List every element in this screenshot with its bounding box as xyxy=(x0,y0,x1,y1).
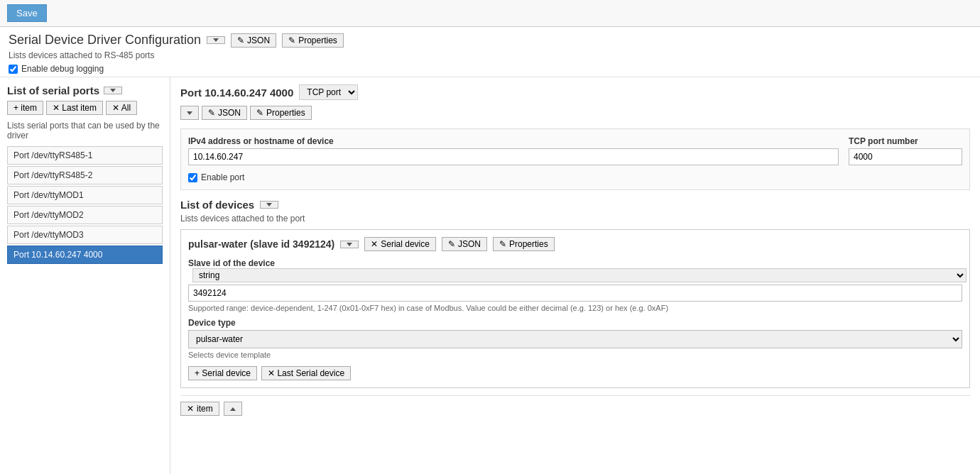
sidebar-desc: Lists serial ports that can be used by t… xyxy=(7,121,163,140)
slave-id-hint: Supported range: device-dependent, 1-247… xyxy=(188,304,962,312)
port-item-0[interactable]: Port /dev/ttyRS485-1 xyxy=(7,146,163,165)
slave-id-type-select[interactable]: string xyxy=(192,268,967,282)
slave-id-label: Slave id of the device string xyxy=(188,258,962,282)
devices-chevron-icon xyxy=(266,203,272,206)
debug-logging-row: Enable debug logging xyxy=(9,64,971,74)
device-type-hint: Selects device template xyxy=(188,351,962,359)
port-form-row: IPv4 address or hostname of device TCP p… xyxy=(188,136,962,165)
device-type-label: Device type xyxy=(188,318,962,328)
port-type-select[interactable]: TCP port xyxy=(299,84,358,100)
sidebar: List of serial ports + item ✕ Last item … xyxy=(0,77,170,474)
top-bar: Save xyxy=(0,0,980,27)
pencil-icon: ✎ xyxy=(237,35,244,45)
page-title-text: Serial Device Driver Configuration xyxy=(9,33,201,48)
debug-logging-checkbox[interactable] xyxy=(9,65,18,74)
port-item-3[interactable]: Port /dev/ttyMOD2 xyxy=(7,206,163,224)
all-button[interactable]: ✕ All xyxy=(106,101,137,115)
add-serial-device-button[interactable]: + Serial device xyxy=(188,366,257,380)
pencil-json-icon: ✎ xyxy=(208,108,215,118)
device-card: pulsar-water (slave id 3492124) ✕ Serial… xyxy=(180,229,970,388)
header-json-button[interactable]: ✎ JSON xyxy=(231,33,276,48)
port-json-button[interactable]: ✎ JSON xyxy=(202,106,247,120)
port-item-2[interactable]: Port /dev/ttyMOD1 xyxy=(7,186,163,204)
port-actions: ✎ JSON ✎ Properties xyxy=(180,106,970,120)
device-type-select[interactable]: pulsar-water xyxy=(188,330,962,348)
page-title-row: Serial Device Driver Configuration ✎ JSO… xyxy=(9,33,971,48)
port-chevron-icon xyxy=(187,111,192,115)
header-chevron-button[interactable] xyxy=(207,36,225,44)
sidebar-title-row: List of serial ports xyxy=(7,84,163,97)
port-item-1[interactable]: Port /dev/ttyRS485-2 xyxy=(7,166,163,184)
devices-header-row: List of devices xyxy=(180,199,970,211)
bottom-actions: ✕ item xyxy=(180,395,970,416)
devices-section: List of devices Lists devices attached t… xyxy=(180,199,970,388)
chevron-down-icon xyxy=(213,38,219,42)
device-chevron-button[interactable] xyxy=(340,241,359,248)
last-item-button[interactable]: ✕ Last item xyxy=(46,101,103,115)
device-type-field: Device type pulsar-water Selects device … xyxy=(188,318,962,359)
pencil-icon-props: ✎ xyxy=(288,35,295,45)
bottom-add-item-button[interactable]: ✕ item xyxy=(180,402,219,416)
sidebar-title: List of serial ports xyxy=(7,84,99,97)
device-properties-button[interactable]: ✎ Properties xyxy=(493,237,555,251)
page-header: Serial Device Driver Configuration ✎ JSO… xyxy=(0,27,980,77)
slave-id-field: Slave id of the device string Supported … xyxy=(188,258,962,312)
debug-logging-label: Enable debug logging xyxy=(21,64,104,74)
bottom-up-button[interactable] xyxy=(224,402,242,416)
device-bottom-actions: + Serial device ✕ Last Serial device xyxy=(188,366,962,380)
port-properties-button[interactable]: ✎ Properties xyxy=(250,106,312,120)
ip-field-group: IPv4 address or hostname of device xyxy=(188,136,839,165)
enable-port-checkbox[interactable] xyxy=(188,173,197,182)
main-layout: List of serial ports + item ✕ Last item … xyxy=(0,77,980,474)
up-arrow-icon xyxy=(230,407,236,411)
times-bottom-icon: ✕ xyxy=(187,404,194,414)
devices-chevron-button[interactable] xyxy=(260,201,278,209)
enable-port-label: Enable port xyxy=(201,172,244,182)
tcp-port-label: TCP port number xyxy=(849,136,962,146)
devices-desc: Lists devices attached to the port xyxy=(180,214,970,224)
pencil-device-json-icon: ✎ xyxy=(448,239,455,249)
port-name: Port 10.14.60.247 4000 xyxy=(180,87,293,99)
device-name: pulsar-water (slave id 3492124) xyxy=(188,238,334,250)
enable-port-row: Enable port xyxy=(188,172,962,182)
sidebar-chevron-button[interactable] xyxy=(104,87,122,94)
slave-id-input[interactable] xyxy=(188,285,962,302)
add-item-button[interactable]: + item xyxy=(7,101,43,115)
port-detail-header: Port 10.14.60.247 4000 TCP port xyxy=(180,84,970,100)
device-serial-device-button[interactable]: ✕ Serial device xyxy=(364,237,436,251)
device-card-header: pulsar-water (slave id 3492124) ✕ Serial… xyxy=(188,237,962,251)
slave-id-row: Slave id of the device string Supported … xyxy=(188,258,962,312)
pencil-device-props-icon: ✎ xyxy=(499,239,506,249)
port-item-4[interactable]: Port /dev/ttyMOD3 xyxy=(7,226,163,244)
content-area: Port 10.14.60.247 4000 TCP port ✎ JSON ✎… xyxy=(170,77,980,474)
port-item-5[interactable]: Port 10.14.60.247 4000 xyxy=(7,246,163,264)
port-chevron-button[interactable] xyxy=(180,106,199,120)
ip-label: IPv4 address or hostname of device xyxy=(188,136,839,146)
tcp-port-field-group: TCP port number xyxy=(849,136,962,165)
device-json-button[interactable]: ✎ JSON xyxy=(442,237,487,251)
page-subtitle: Lists devices attached to RS-485 ports xyxy=(9,50,971,60)
devices-title: List of devices xyxy=(180,199,254,211)
device-type-row: Device type pulsar-water Selects device … xyxy=(188,318,962,359)
tcp-port-input[interactable] xyxy=(849,148,962,165)
sidebar-actions: + item ✕ Last item ✕ All xyxy=(7,101,163,115)
pencil-props-icon: ✎ xyxy=(256,108,263,118)
sidebar-chevron-icon xyxy=(110,89,116,92)
times-icon: ✕ xyxy=(371,239,378,249)
ip-input[interactable] xyxy=(188,148,839,165)
last-serial-device-button[interactable]: ✕ Last Serial device xyxy=(261,366,351,380)
port-list: Port /dev/ttyRS485-1 Port /dev/ttyRS485-… xyxy=(7,146,163,264)
save-button[interactable]: Save xyxy=(7,4,47,22)
device-chevron-icon xyxy=(347,243,352,246)
header-properties-button[interactable]: ✎ Properties xyxy=(282,33,344,48)
port-form: IPv4 address or hostname of device TCP p… xyxy=(180,128,970,190)
